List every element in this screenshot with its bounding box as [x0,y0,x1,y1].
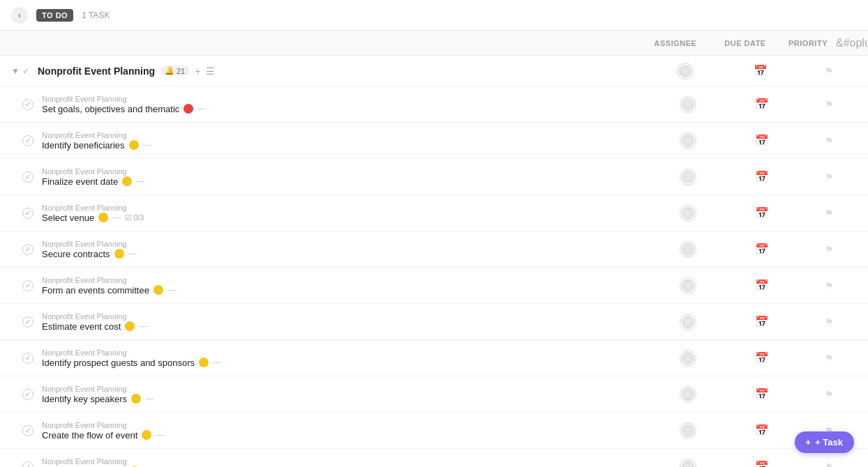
add-task-icon[interactable]: + [195,66,200,77]
back-button[interactable]: ‹ [11,7,28,24]
col-due-date-header: DUE DATE [710,39,780,47]
task-assignee-cell [653,350,723,367]
flag-icon: ⚑ [825,99,834,110]
task-name[interactable]: Estimate event cost — [42,321,649,332]
task-checkbox[interactable]: ✓ [22,461,33,468]
task-due-date-cell: 📅 [727,206,797,220]
task-name[interactable]: Identify key speakers — [42,394,649,404]
avatar-inner [682,353,694,364]
flag-icon: ⚑ [825,66,834,77]
task-avatar [680,277,696,294]
add-task-button[interactable]: + + Task [795,431,854,453]
task-menu-icon[interactable]: — [156,430,164,440]
checkmark: ✓ [25,354,31,362]
task-name[interactable]: Set goals, objectives and thematic — [42,104,649,114]
add-column-icon[interactable]: &#oplus;⊕ [836,37,868,49]
task-checkbox[interactable]: ✓ [22,353,33,364]
task-assignee-cell [653,314,723,330]
avatar-inner [682,244,694,255]
task-checkbox[interactable]: ✓ [22,171,33,183]
status-indicator [98,213,108,222]
task-row: ✓ Nonprofit Event Planning Produce an in… [0,449,868,467]
task-checkbox[interactable]: ✓ [22,389,33,400]
task-list: ▼ ✓ Nonprofit Event Planning 🔔 21 + ☰ 📅 … [0,56,868,467]
avatar-inner [682,425,694,436]
task-menu-icon[interactable]: — [112,213,121,222]
task-avatar [680,422,696,439]
group-assignee-cell [650,63,720,79]
task-checkbox[interactable]: ✓ [22,425,33,436]
task-name[interactable]: Select venue — ☑ 0/3 [42,213,649,223]
task-name[interactable]: Identify prospect guests and sponsors — [42,358,649,368]
task-name[interactable]: Identify beneficiaries — [42,140,649,151]
add-col: &#oplus;⊕ [836,36,857,49]
calendar-icon: 📅 [755,206,769,220]
task-row: ✓ Nonprofit Event Planning Secure contra… [0,231,868,268]
add-task-label: + Task [815,437,843,447]
calendar-icon: 📅 [755,98,769,111]
task-menu-icon[interactable]: — [167,285,176,295]
group-header: ▼ ✓ Nonprofit Event Planning 🔔 21 + ☰ 📅 … [0,56,868,86]
task-priority-cell: ⚑ [801,244,857,255]
task-due-date-cell: 📅 [727,243,797,256]
task-menu-icon[interactable]: — [213,358,221,367]
task-name[interactable]: Secure contracts — [42,249,649,259]
task-due-date-cell: 📅 [727,315,797,328]
avatar-inner [682,316,694,328]
flag-icon: ⚑ [825,171,834,183]
task-priority-cell: ⚑ [801,316,857,328]
task-project: Nonprofit Event Planning [42,385,649,393]
task-name[interactable]: Finalize event date — [42,176,649,187]
task-checkbox[interactable]: ✓ [22,316,33,328]
task-due-date-cell: 📅 [727,351,797,365]
task-due-date-cell: 📅 [727,134,797,147]
task-content: Nonprofit Event Planning Select venue — … [38,204,649,223]
group-menu-icon[interactable]: ☰ [206,66,215,77]
task-project: Nonprofit Event Planning [42,95,649,103]
task-menu-icon[interactable]: — [197,104,206,114]
task-avatar [680,350,696,367]
flag-icon: ⚑ [825,208,834,219]
checkmark: ✓ [25,390,31,398]
flag-icon: ⚑ [825,244,834,255]
task-avatar [680,314,696,330]
task-checkbox[interactable]: ✓ [22,135,33,146]
task-menu-icon[interactable]: — [139,321,147,331]
status-indicator [131,394,141,404]
task-content: Nonprofit Event Planning Set goals, obje… [38,95,649,114]
task-row: ✓ Nonprofit Event Planning Form an event… [0,268,868,304]
avatar-inner [682,389,694,400]
task-row: ✓ Nonprofit Event Planning Select venue … [0,195,868,231]
task-content: Nonprofit Event Planning Secure contract… [38,240,649,259]
calendar-icon: 📅 [755,460,769,467]
task-checkbox[interactable]: ✓ [22,280,33,291]
calendar-icon: 📅 [755,279,769,292]
task-priority-cell: ⚑ [801,280,857,291]
avatar-inner [682,99,694,110]
checkmark: ✓ [25,137,31,144]
task-menu-icon[interactable]: — [145,394,154,404]
task-name[interactable]: Create the flow of event — [42,430,649,441]
check-icon: ✓ [22,66,29,76]
subtask-badge: ☑ 0/3 [125,213,144,222]
task-assignee-cell [653,422,723,439]
checkmark: ✓ [25,463,31,467]
group-priority-cell: ⚑ [801,66,857,77]
avatar-inner [680,66,691,77]
task-menu-icon[interactable]: — [128,249,137,259]
task-menu-icon[interactable]: — [136,176,144,186]
task-name[interactable]: Form an events committee — [42,285,649,296]
flag-icon: ⚑ [825,353,834,364]
avatar-inner [682,135,694,146]
task-checkbox[interactable]: ✓ [22,99,33,110]
task-checkbox[interactable]: ✓ [22,244,33,255]
calendar-icon: 📅 [755,388,769,401]
checkmark: ✓ [25,100,31,108]
status-indicator [199,358,209,367]
checkmark: ✓ [25,318,31,326]
task-project: Nonprofit Event Planning [42,349,649,357]
task-row: ✓ Nonprofit Event Planning Finalize even… [0,159,868,195]
bell-icon: 🔔 [165,66,174,75]
task-checkbox[interactable]: ✓ [22,208,33,219]
task-menu-icon[interactable]: — [143,140,151,150]
